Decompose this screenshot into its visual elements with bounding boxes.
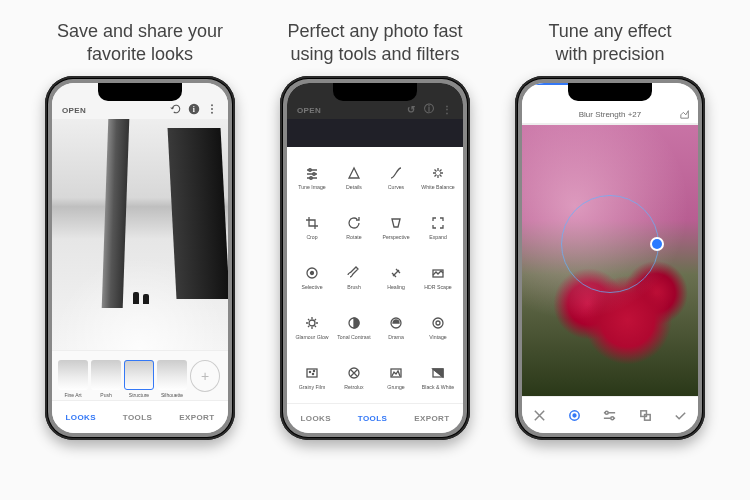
tool-grunge[interactable]: Grunge (375, 353, 417, 403)
tool-label: Expand (429, 234, 447, 240)
focus-ring[interactable] (561, 195, 659, 293)
crop-icon (305, 216, 319, 230)
svg-point-11 (309, 320, 315, 326)
info-icon[interactable]: i (188, 103, 200, 115)
tool-label: Brush (347, 284, 361, 290)
tool-label: Drama (388, 334, 404, 340)
tool-brush[interactable]: Brush (333, 253, 375, 303)
tool-curves[interactable]: Curves (375, 153, 417, 203)
tool-expand[interactable]: Expand (417, 203, 459, 253)
undo-icon[interactable]: ↺ (405, 103, 417, 115)
add-look-button[interactable]: + (190, 360, 220, 392)
tools-sheet: Tune ImageDetailsCurvesWhite BalanceCrop… (287, 147, 463, 433)
tool-grid: Tune ImageDetailsCurvesWhite BalanceCrop… (287, 147, 463, 403)
tool-label: Selective (301, 284, 322, 290)
svg-point-9 (311, 272, 314, 275)
retrolux-icon (347, 366, 361, 380)
tool-hdr-scape[interactable]: HDR Scape (417, 253, 459, 303)
info-icon[interactable]: ⓘ (423, 103, 435, 115)
drama-icon (389, 316, 403, 330)
black-white-icon (431, 366, 445, 380)
styles-button[interactable] (636, 406, 654, 424)
tool-retrolux[interactable]: Retrolux (333, 353, 375, 403)
tonal-contrast-icon (347, 316, 361, 330)
phone-frame: OPEN ↺ ⓘ ⋮ Tune ImageDetailsCurvesWhite … (280, 76, 470, 440)
tool-perspective[interactable]: Perspective (375, 203, 417, 253)
filter-silhouette[interactable]: Silhouette (157, 360, 187, 398)
cancel-button[interactable] (531, 406, 549, 424)
adjust-button[interactable] (601, 406, 619, 424)
tool-label: Glamour Glow (295, 334, 328, 340)
hdr-scape-icon (431, 266, 445, 280)
tool-label: Perspective (382, 234, 409, 240)
tool-crop[interactable]: Crop (291, 203, 333, 253)
selective-icon (305, 266, 319, 280)
phone-frame: Blur Strength +27 (515, 76, 705, 440)
white-balance-icon (431, 166, 445, 180)
tool-tonal-contrast[interactable]: Tonal Contrast (333, 303, 375, 353)
tool-drama[interactable]: Drama (375, 303, 417, 353)
tool-black-white[interactable]: Black & White (417, 353, 459, 403)
tool-label: Crop (306, 234, 317, 240)
tool-label: HDR Scape (424, 284, 451, 290)
screenshot-3: Tune any effectwith precision Blur Stren… (500, 20, 720, 440)
tool-tune-image[interactable]: Tune Image (291, 153, 333, 203)
tool-label: Healing (387, 284, 405, 290)
svg-point-14 (433, 318, 443, 328)
filter-structure[interactable]: Structure (124, 360, 154, 398)
tool-label: Tune Image (298, 184, 326, 190)
grunge-icon (389, 366, 403, 380)
screenshot-2: Perfect any photo fastusing tools and fi… (265, 20, 485, 440)
tool-details[interactable]: Details (333, 153, 375, 203)
tab-looks[interactable]: LOOKS (300, 414, 330, 423)
filter-push[interactable]: Push (91, 360, 121, 398)
tool-glamour-glow[interactable]: Glamour Glow (291, 303, 333, 353)
brush-icon (347, 266, 361, 280)
svg-point-26 (611, 416, 614, 419)
screen: OPEN i Fine Art Push Structure Silhouett… (52, 83, 228, 433)
open-button[interactable]: OPEN (62, 106, 86, 115)
svg-point-24 (573, 414, 576, 417)
open-button[interactable]: OPEN (297, 106, 321, 115)
filter-fine-art[interactable]: Fine Art (58, 360, 88, 398)
tool-label: Curves (388, 184, 404, 190)
screen: OPEN ↺ ⓘ ⋮ Tune ImageDetailsCurvesWhite … (287, 83, 463, 433)
tool-vintage[interactable]: Vintage (417, 303, 459, 353)
glamour-glow-icon (305, 316, 319, 330)
tab-export[interactable]: EXPORT (414, 414, 449, 423)
photo-subjects (133, 280, 157, 304)
tool-healing[interactable]: Healing (375, 253, 417, 303)
tab-tools[interactable]: TOOLS (123, 413, 152, 422)
tool-label: Vintage (429, 334, 447, 340)
expand-icon (431, 216, 445, 230)
main-photo[interactable] (52, 119, 228, 350)
undo-icon[interactable] (170, 103, 182, 115)
effect-button[interactable] (566, 406, 584, 424)
healing-icon (389, 266, 403, 280)
svg-rect-28 (644, 414, 650, 420)
tool-grainy-film[interactable]: Grainy Film (291, 353, 333, 403)
more-icon[interactable]: ⋮ (441, 103, 453, 115)
tool-label: Details (346, 184, 362, 190)
tab-tools[interactable]: TOOLS (358, 414, 387, 423)
filter-strip: Fine Art Push Structure Silhouette + (52, 350, 228, 400)
tool-white-balance[interactable]: White Balance (417, 153, 459, 203)
tab-looks[interactable]: LOOKS (65, 413, 95, 422)
main-photo[interactable] (522, 125, 698, 396)
histogram-icon[interactable] (680, 109, 690, 119)
svg-point-18 (312, 373, 313, 374)
tool-rotate[interactable]: Rotate (333, 203, 375, 253)
grainy-film-icon (305, 366, 319, 380)
rotate-icon (347, 216, 361, 230)
caption-1: Save and share yourfavorite looks (57, 20, 223, 66)
svg-point-25 (606, 411, 609, 414)
details-icon (347, 166, 361, 180)
apply-button[interactable] (671, 406, 689, 424)
app-store-screenshots: Save and share yourfavorite looks OPEN i… (0, 0, 750, 500)
curves-icon (389, 166, 403, 180)
tool-label: Black & White (422, 384, 454, 390)
svg-point-2 (211, 104, 213, 106)
more-icon[interactable] (206, 103, 218, 115)
tool-selective[interactable]: Selective (291, 253, 333, 303)
tab-export[interactable]: EXPORT (179, 413, 214, 422)
